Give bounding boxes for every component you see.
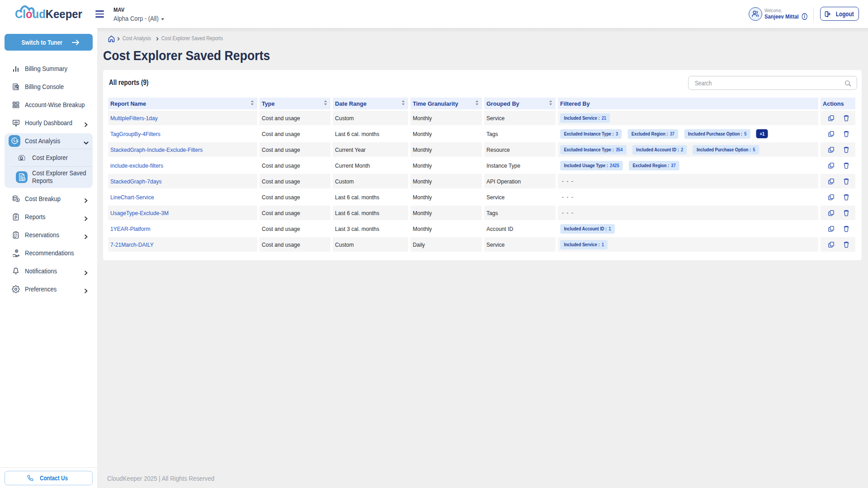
svg-text:$: $ bbox=[16, 139, 18, 143]
